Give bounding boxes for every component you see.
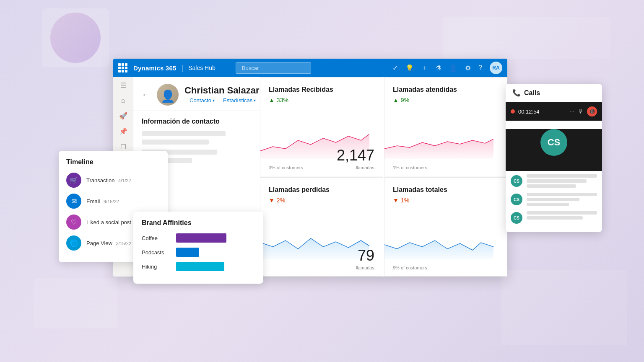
stat-unit-0: llamadas (356, 165, 374, 170)
stat-trend-3: ▼ 1% (393, 197, 499, 204)
rec-indicator (511, 109, 515, 114)
nav-icons: ✓ 💡 ＋ ⚗ 👤 ⚙ ? RA (392, 62, 502, 74)
timeline-content-1: Email 9/15/22 (86, 197, 119, 205)
user-avatar[interactable]: RA (490, 62, 502, 74)
timeline-icon-0: 🛒 (66, 173, 81, 188)
sidebar-home-icon[interactable]: ⌂ (121, 97, 125, 104)
contact-tabs: Contacto ▾ Estadísticas ▾ (186, 96, 260, 105)
tab-estadisticas-label: Estadísticas (223, 97, 252, 103)
stat-value-2: 79 (358, 247, 374, 264)
stat-title-1: Llamadas atendidas (393, 86, 499, 93)
call-hist-avatar-0: CS (511, 175, 522, 187)
call-hist-line-2b (527, 216, 583, 220)
timeline-item-0: 🛒 Transaction 4/1/22 (66, 173, 160, 188)
brand-bar-bg-2 (176, 262, 255, 271)
active-call: 00:12:54 ··· 🎙 📵 (506, 102, 602, 121)
call-hist-line-0a (527, 174, 597, 178)
bg-ghost-4 (501, 270, 627, 345)
call-hist-avatar-2: CS (511, 212, 522, 224)
search-input[interactable] (236, 62, 311, 74)
sidebar-pin-icon[interactable]: 📌 (119, 127, 127, 135)
sidebar-menu-icon[interactable]: ☰ (120, 81, 126, 89)
call-hist-line-1b (527, 198, 579, 201)
nav-divider: | (181, 64, 183, 72)
timeline-label-0: Transaction (86, 177, 114, 184)
trend-arrow-up-1: ▲ (393, 97, 399, 103)
call-hist-item-2: CS (511, 211, 597, 224)
calls-title: Calls (524, 89, 540, 97)
stats-grid: Llamadas Recibidas ▲ 33% 2,147 (260, 77, 507, 277)
contact-name: Christian Salazar (184, 85, 260, 96)
stat-title-3: Llamadas totales (393, 186, 499, 194)
nav-bar: Dynamics 365 | Sales Hub ✓ 💡 ＋ ⚗ 👤 ⚙ ? R… (113, 59, 507, 77)
brand-bar-bg-0 (176, 233, 255, 243)
bg-ghost-2 (443, 17, 610, 59)
timeline-item-1: ✉ Email 9/15/22 (66, 194, 160, 209)
sidebar-box-icon[interactable]: ☐ (120, 143, 126, 151)
sparkline-3 (384, 226, 493, 259)
calls-header: 📞 Calls (506, 84, 602, 102)
back-button[interactable]: ← (142, 90, 149, 99)
tab-contacto[interactable]: Contacto ▾ (186, 96, 218, 105)
timeline-content-0: Transaction 4/1/22 (86, 176, 131, 184)
stat-card-atendidas: Llamadas atendidas ▲ 9% 1% of custom (384, 77, 507, 176)
call-hist-item-0: CS (511, 174, 597, 188)
trend-pct-1: 9% (401, 97, 409, 103)
timeline-label-3: Page View (86, 240, 112, 246)
mic-icon[interactable]: 🎙 (578, 108, 584, 115)
person-icon[interactable]: 👤 (449, 64, 457, 72)
settings-icon[interactable]: ⚙ (465, 64, 471, 72)
call-hist-line-2a (527, 211, 597, 215)
stat-trend-2: ▼ 2% (269, 197, 374, 204)
contact-info: Christian Salazar Contacto ▾ Estadística… (184, 85, 260, 105)
stat-trend-1: ▲ 9% (393, 97, 499, 103)
brand-label-2: Hiking (142, 264, 171, 270)
stat-sub-1: 1% of customers (393, 165, 427, 170)
tab-contacto-label: Contacto (190, 97, 211, 103)
info-row-1 (142, 131, 226, 136)
call-history: CS CS CS (506, 171, 602, 232)
call-hist-item-1: CS (511, 193, 597, 206)
brand-bar-2 (176, 262, 224, 271)
brand-bar-bg-1 (176, 248, 255, 257)
call-controls: ··· 🎙 📵 (569, 106, 597, 116)
brand-bar-0 (176, 233, 226, 243)
brand-card: Brand Affinities Coffee Podcasts Hiking (133, 212, 263, 284)
stat-sub-3: 9% of customers (393, 265, 427, 270)
timeline-content-3: Page View 3/15/22 (86, 239, 131, 247)
stat-title-0: Llamadas Recibidas (269, 86, 374, 93)
caller-avatar: CS (540, 129, 567, 156)
help-icon[interactable]: ? (478, 64, 482, 72)
brand-row-1: Podcasts (142, 248, 255, 257)
sidebar-rocket-icon[interactable]: 🚀 (119, 112, 127, 120)
check-icon[interactable]: ✓ (392, 64, 398, 72)
sparkline-1 (384, 126, 493, 159)
add-icon[interactable]: ＋ (421, 64, 428, 72)
call-hist-avatar-1: CS (511, 194, 522, 205)
bg-ghost-3 (34, 278, 117, 328)
brand-label-0: Coffee (142, 235, 171, 241)
trend-pct-3: 1% (401, 197, 409, 204)
call-hist-line-0b (527, 179, 587, 183)
tab-estadisticas[interactable]: Estadísticas ▾ (220, 96, 259, 105)
timeline-date-3: 3/15/22 (116, 241, 131, 246)
stat-card-perdidas: Llamadas perdidas ▼ 2% 79 ll (260, 177, 383, 277)
stat-title-2: Llamadas perdidas (269, 186, 374, 194)
timeline-date-0: 4/1/22 (118, 178, 131, 183)
filter-icon[interactable]: ⚗ (436, 64, 441, 72)
stat-card-totales: Llamadas totales ▼ 1% 9% of customer (384, 177, 507, 277)
end-call-button[interactable]: 📵 (587, 106, 597, 116)
waffle-menu[interactable] (118, 63, 127, 72)
trend-pct-2: 2% (277, 197, 285, 204)
timeline-date-1: 9/15/22 (104, 199, 119, 204)
stat-value-0: 2,147 (337, 147, 374, 164)
stat-sub-0: 3% of customers (269, 165, 303, 170)
trend-pct-0: 33% (277, 97, 288, 103)
call-hist-lines-2 (527, 211, 597, 220)
timeline-icon-3: 🌐 (66, 235, 81, 251)
call-hist-line-1c (527, 203, 569, 206)
timeline-icon-1: ✉ (66, 194, 81, 209)
lightbulb-icon[interactable]: 💡 (405, 64, 414, 72)
brand-label-1: Podcasts (142, 249, 171, 256)
more-icon[interactable]: ··· (569, 108, 574, 115)
